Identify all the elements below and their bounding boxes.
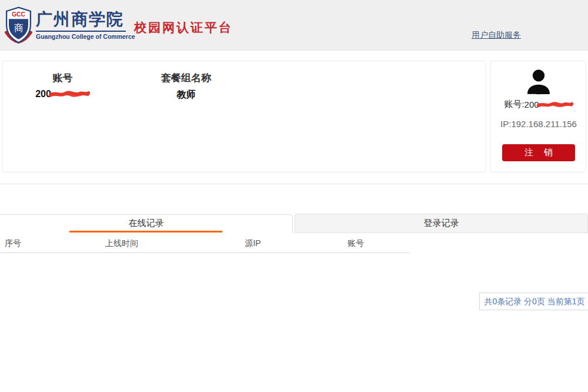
crest-character: 商 <box>14 23 24 33</box>
pagination-summary: 共0条记录 分0页 当前第1页 <box>479 293 588 310</box>
plan-group-value: 教师 <box>138 89 235 101</box>
redaction-scribble-icon <box>49 89 90 99</box>
tab-login-records-label: 登录记录 <box>424 218 459 228</box>
logo-text-block: 广州商学院 Guangzhou College of Commerce <box>36 10 128 40</box>
college-name-cn: 广州商学院 <box>36 10 128 29</box>
col-header-index: 序号 <box>5 238 21 249</box>
records-section-divider <box>0 184 588 184</box>
tab-online-records-label: 在线记录 <box>129 218 164 228</box>
active-tab-indicator <box>69 231 222 232</box>
page: GCC 商 广州商学院 Guangzhou College of Commerc… <box>0 0 588 392</box>
self-service-link[interactable]: 用户自助服务 <box>472 30 521 41</box>
records-table-header: 序号 上线时间 源IP 账号 <box>0 233 410 253</box>
user-avatar-icon <box>523 67 554 97</box>
user-account-label: 账号: <box>504 99 524 110</box>
redaction-scribble-icon <box>537 100 573 109</box>
logout-button[interactable]: 注 销 <box>502 144 575 161</box>
college-crest-icon: GCC 商 <box>5 6 32 44</box>
account-number-column: 账号 200 <box>20 71 105 99</box>
account-label: 账号 <box>20 71 105 85</box>
col-header-account: 账号 <box>320 238 391 249</box>
user-account-line: 账号:200 <box>490 99 587 110</box>
account-value: 200 <box>20 89 105 99</box>
platform-title: 校园网认证平台 <box>134 19 233 36</box>
plan-group-column: 套餐组名称 教师 <box>138 71 235 101</box>
logo-divider <box>36 31 126 32</box>
college-name-en: Guangzhou College of Commerce <box>36 33 128 40</box>
crest-gcc-text: GCC <box>12 11 25 18</box>
user-info-panel: 账号:200 IP:192.168.211.156 注 销 <box>490 61 586 172</box>
plan-group-label: 套餐组名称 <box>138 71 235 85</box>
header-bar: GCC 商 广州商学院 Guangzhou College of Commerc… <box>0 0 588 51</box>
col-header-source-ip: 源IP <box>218 238 288 249</box>
tab-login-records[interactable]: 登录记录 <box>295 214 588 233</box>
tab-online-records[interactable]: 在线记录 <box>0 214 293 233</box>
account-summary-panel: 账号 200 套餐组名称 教师 <box>2 61 486 172</box>
col-header-online-time: 上线时间 <box>86 238 157 249</box>
user-ip: IP:192.168.211.156 <box>490 119 587 129</box>
